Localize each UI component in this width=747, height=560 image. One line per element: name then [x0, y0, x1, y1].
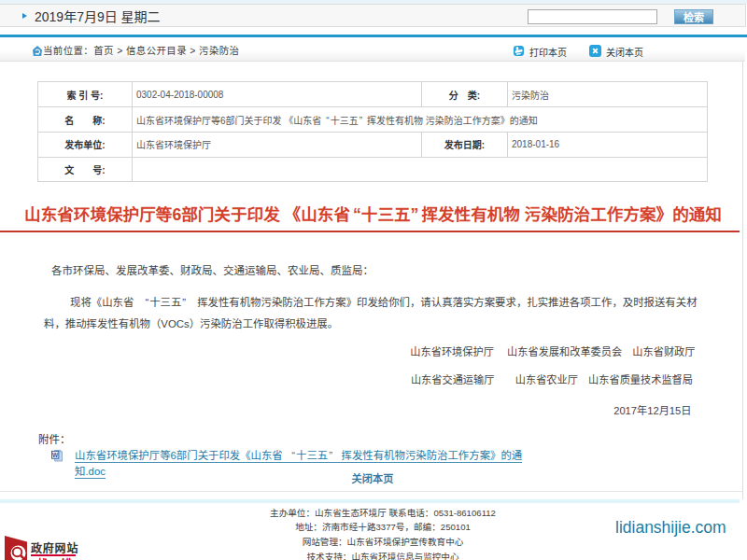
svg-text:W: W — [52, 452, 59, 458]
